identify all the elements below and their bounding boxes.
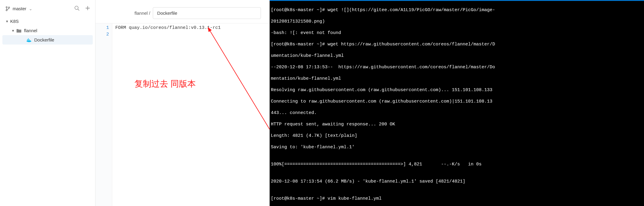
- svg-point-3: [75, 6, 78, 9]
- terminal-line: HTTP request sent, awaiting response... …: [271, 121, 643, 127]
- branch-name[interactable]: master: [13, 6, 26, 11]
- tree-root-label: K8S: [10, 19, 19, 24]
- add-icon[interactable]: [85, 5, 90, 12]
- search-icon[interactable]: [74, 5, 80, 12]
- terminal-line: Length: 4821 (4.7K) [text/plain]: [271, 133, 643, 139]
- terminal-line: umentation/kube-flannel.yml: [271, 53, 643, 59]
- tree-folder-label: flannel: [24, 28, 37, 33]
- tree-folder-flannel[interactable]: ▼ flannel: [0, 26, 95, 35]
- svg-rect-10: [29, 40, 29, 41]
- filename-input[interactable]: [153, 7, 261, 19]
- terminal-line: Resolving raw.githubusercontent.com (raw…: [271, 87, 643, 93]
- tree-file-dockerfile[interactable]: Dockerfile: [2, 35, 93, 45]
- svg-rect-7: [28, 38, 29, 39]
- terminal-line: Connecting to raw.githubusercontent.com …: [271, 99, 643, 104]
- code-line: [115, 31, 270, 38]
- svg-rect-5: [28, 39, 29, 40]
- svg-rect-8: [27, 40, 28, 41]
- terminal-line: [root@k8s-master ~]# wget https://raw.gi…: [271, 42, 643, 47]
- terminal-pane[interactable]: [root@k8s-master ~]# wget ![](https://gi…: [270, 0, 644, 206]
- terminal-line: 100%[===================================…: [271, 161, 643, 167]
- caret-down-icon: ▼: [11, 29, 14, 32]
- line-number: 1: [95, 25, 109, 31]
- terminal-line: 443... connected.: [271, 110, 643, 116]
- terminal-line: 2020-12-08 17:13:54 (66.2 MB/s) - 'kube-…: [271, 179, 643, 184]
- tree-file-label: Dockerfile: [34, 37, 54, 42]
- terminal-line: mentation/kube-flannel.yml: [271, 76, 643, 81]
- chevron-down-icon[interactable]: ⌄: [29, 6, 32, 11]
- terminal-line: [root@k8s-master ~]# wget ![](https://gi…: [271, 7, 643, 13]
- folder-icon: [16, 29, 22, 33]
- svg-rect-6: [29, 39, 29, 40]
- code-area[interactable]: 1 2 FORM quay.io/coreos/flannel:v0.13.1-…: [95, 23, 270, 206]
- line-number: 2: [95, 31, 109, 38]
- tree-root[interactable]: ▼ K8S: [0, 17, 95, 26]
- git-branch-icon: [5, 6, 10, 11]
- terminal-line: [root@k8s-master ~]# vim kube-flannel.ym…: [271, 196, 643, 201]
- branch-selector-bar: master ⌄: [0, 2, 95, 15]
- terminal-line: 201208171321580.png): [271, 19, 643, 24]
- svg-rect-4: [27, 39, 28, 40]
- terminal-line: --2020-12-08 17:13:53-- https://raw.gith…: [271, 64, 643, 70]
- svg-point-0: [6, 7, 7, 8]
- line-gutter: 1 2: [95, 23, 112, 206]
- file-tree: ▼ K8S ▼ flannel Dockerfile: [0, 15, 95, 46]
- breadcrumb-parent[interactable]: flannel /: [135, 11, 150, 16]
- terminal-line: Saving to: 'kube-flannel.yml.1': [271, 144, 643, 150]
- code-editor-pane: flannel / 1 2 FORM quay.io/coreos/flanne…: [95, 0, 270, 206]
- code-content[interactable]: FORM quay.io/coreos/flannel:v0.13.1-rc1: [112, 23, 270, 206]
- terminal-line: -bash: ![: event not found: [271, 30, 643, 36]
- svg-point-2: [8, 7, 10, 8]
- docker-icon: [26, 38, 32, 42]
- svg-rect-9: [28, 40, 29, 41]
- svg-rect-11: [30, 40, 30, 41]
- code-line: FORM quay.io/coreos/flannel:v0.13.1-rc1: [115, 25, 270, 31]
- caret-down-icon: ▼: [5, 20, 8, 23]
- breadcrumb-row: flannel /: [95, 3, 270, 23]
- file-explorer-sidebar: master ⌄ ▼ K8S ▼ flannel Dockerfile: [0, 0, 95, 206]
